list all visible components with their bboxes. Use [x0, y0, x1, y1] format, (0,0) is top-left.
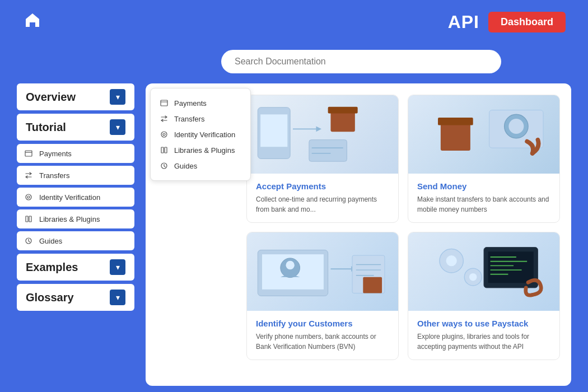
dropdown-libraries-icon [160, 146, 169, 155]
card-payments-body: Accept Payments Collect one-time and rec… [247, 174, 398, 222]
sidebar: Overview ▾ Tutorial ▾ Payments [17, 83, 134, 386]
dropdown-guides-icon [160, 161, 169, 170]
svg-rect-15 [260, 114, 287, 147]
card-send-money[interactable]: Send Money Make instant transfers to ban… [408, 95, 560, 223]
svg-point-2 [26, 194, 31, 200]
card-other-title: Other ways to use Paystack [417, 319, 550, 328]
sidebar-glossary-label: Glossary [26, 291, 74, 304]
svg-rect-11 [161, 147, 164, 153]
libraries-icon [24, 214, 34, 224]
svg-rect-26 [441, 121, 470, 151]
dropdown-overlay: Payments Transfers Identity Verificat [150, 88, 251, 181]
main-layout: Overview ▾ Tutorial ▾ Payments [0, 83, 588, 386]
sidebar-examples-label: Examples [26, 261, 78, 274]
libraries-label: Libraries & Plugins [39, 215, 100, 223]
card-identify-title: Identify your Customers [256, 319, 389, 328]
dropdown-transfers-label: Transfers [174, 115, 204, 123]
dropdown-identity[interactable]: Identity Verification [160, 127, 241, 142]
card-send-title: Send Money [417, 181, 550, 191]
tutorial-sub-items: Payments Transfers Identity Verificat [17, 144, 134, 250]
card-send-desc: Make instant transfers to bank accounts … [417, 194, 550, 214]
svg-rect-0 [25, 151, 32, 156]
svg-point-10 [163, 133, 165, 136]
card-payments-image [247, 95, 398, 174]
sidebar-item-payments[interactable]: Payments [17, 144, 134, 163]
content-area: Payments Transfers Identity Verificat [146, 83, 571, 386]
home-icon[interactable] [22, 10, 43, 34]
guides-label: Guides [39, 237, 62, 245]
transfers-label: Transfers [39, 171, 69, 180]
card-send-image [408, 95, 559, 174]
svg-rect-18 [330, 110, 354, 132]
card-other-ways[interactable]: Other ways to use Paystack Explore plugi… [408, 232, 560, 360]
svg-rect-5 [29, 216, 31, 222]
dropdown-payments-label: Payments [174, 99, 207, 108]
sidebar-item-transfers[interactable]: Transfers [17, 166, 134, 185]
chevron-down-icon: ▾ [110, 119, 125, 135]
svg-rect-4 [26, 216, 28, 222]
payments-label: Payments [39, 150, 72, 158]
card-other-desc: Explore plugins, libraries and tools for… [417, 332, 550, 352]
card-other-body: Other ways to use Paystack Explore plugi… [408, 311, 559, 360]
dropdown-guides-label: Guides [174, 162, 197, 170]
card-payments-title: Accept Payments [256, 181, 389, 191]
svg-point-3 [27, 196, 30, 198]
chevron-down-icon: ▾ [110, 290, 125, 305]
svg-rect-20 [309, 140, 347, 162]
identity-icon [24, 192, 34, 202]
sidebar-item-guides[interactable]: Guides [17, 231, 134, 250]
svg-marker-17 [316, 127, 321, 132]
sidebar-item-examples[interactable]: Examples ▾ [17, 254, 134, 281]
card-identify-body: Identify your Customers Verify phone num… [247, 311, 398, 360]
chevron-down-icon: ▾ [110, 89, 125, 105]
identity-label: Identity Verification [39, 193, 100, 202]
card-identify-image [247, 232, 398, 311]
dropdown-identity-icon [160, 130, 169, 139]
sidebar-item-overview[interactable]: Overview ▾ [17, 83, 134, 110]
dropdown-transfers-icon [160, 114, 169, 123]
sidebar-item-glossary[interactable]: Glossary ▾ [17, 284, 134, 311]
dropdown-guides[interactable]: Guides [160, 158, 241, 174]
dropdown-payments-icon [160, 99, 169, 108]
guides-icon [24, 236, 34, 246]
svg-point-9 [161, 132, 167, 137]
svg-point-25 [508, 119, 524, 134]
card-accept-payments[interactable]: Accept Payments Collect one-time and rec… [246, 95, 399, 223]
dropdown-payments[interactable]: Payments [160, 95, 241, 111]
svg-rect-38 [363, 277, 382, 293]
svg-rect-40 [488, 251, 534, 283]
sidebar-item-identity[interactable]: Identity Verification [17, 188, 134, 207]
dropdown-transfers[interactable]: Transfers [160, 111, 241, 127]
svg-point-31 [286, 261, 294, 269]
api-label: API [448, 12, 479, 32]
svg-rect-12 [165, 147, 167, 153]
transfers-icon [24, 170, 34, 180]
sidebar-item-tutorial[interactable]: Tutorial ▾ [17, 114, 134, 141]
dashboard-button[interactable]: Dashboard [488, 12, 566, 32]
svg-rect-27 [438, 118, 473, 125]
svg-point-47 [446, 255, 457, 266]
search-container [0, 50, 588, 73]
card-identify-desc: Verify phone numbers, bank accounts or B… [256, 332, 389, 352]
sidebar-item-libraries[interactable]: Libraries & Plugins [17, 209, 134, 228]
header-right: API Dashboard [448, 12, 566, 32]
card-payments-desc: Collect one-time and recurring payments … [256, 194, 389, 214]
cards-grid: Accept Payments Collect one-time and rec… [246, 95, 560, 360]
svg-rect-19 [328, 107, 358, 114]
header: API Dashboard [0, 0, 588, 44]
card-other-image [408, 232, 559, 311]
sidebar-overview-label: Overview [26, 91, 76, 104]
dropdown-libraries[interactable]: Libraries & Plugins [160, 142, 241, 158]
card-send-body: Send Money Make instant transfers to ban… [408, 174, 559, 222]
dropdown-libraries-label: Libraries & Plugins [174, 146, 235, 155]
search-input[interactable] [221, 50, 501, 73]
sidebar-tutorial-label: Tutorial [26, 121, 66, 134]
svg-rect-7 [161, 100, 167, 106]
payments-icon [24, 148, 34, 158]
chevron-down-icon: ▾ [110, 259, 125, 275]
card-identify[interactable]: Identify your Customers Verify phone num… [246, 232, 399, 360]
dropdown-identity-label: Identity Verification [174, 130, 235, 139]
svg-point-49 [469, 273, 477, 281]
